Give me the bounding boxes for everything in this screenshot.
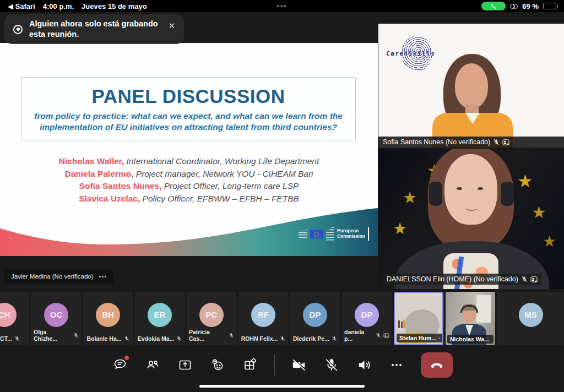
mic-off-icon xyxy=(176,336,182,341)
multitask-dots[interactable]: ••• xyxy=(277,2,288,10)
participant-tile[interactable]: OC Olga Chizhe... xyxy=(31,292,81,345)
avatar: BH xyxy=(96,303,120,327)
back-to-safari-button[interactable]: ◀ Safari xyxy=(8,2,35,10)
reactions-icon xyxy=(210,357,225,373)
avatar: MS xyxy=(519,303,543,327)
pip-badge-icon xyxy=(438,336,440,341)
presenter-name: Javier Medina (No verificado) xyxy=(11,273,94,280)
presenter-name-label[interactable]: Javier Medina (No verificado) ••• xyxy=(4,269,113,284)
charging-bolt-icon: ⚡ xyxy=(547,3,551,9)
reactions-button[interactable] xyxy=(209,357,226,373)
avatar: DP xyxy=(303,303,327,327)
participant-tile[interactable]: CH nsACT... xyxy=(0,292,29,345)
participant-tile[interactable]: PC Patricia Cas... xyxy=(187,292,236,345)
participant-tile[interactable]: BH Bolanle Ha... xyxy=(83,292,133,345)
avatar: ER xyxy=(148,303,172,327)
record-icon xyxy=(13,25,23,34)
mic-off-icon xyxy=(124,336,129,341)
apps-icon xyxy=(242,357,258,373)
close-icon[interactable]: ✕ xyxy=(166,21,177,31)
participant-tile-video-stefan[interactable]: Stefan Hum... xyxy=(394,292,443,345)
participant-tile[interactable]: RF ROHN Felix... xyxy=(238,292,288,345)
date: Jueves 15 de mayo xyxy=(82,2,147,10)
video-name-label: DANIELSSON Elin (HOME) (No verificado) xyxy=(383,274,541,285)
avatar: DP xyxy=(355,303,379,327)
video-tile-danielsson[interactable]: ★ ★ ★ ★ ★ ★ DANIELSSON Elin (HOME) (No v… xyxy=(378,149,564,289)
battery-percent: 69 % xyxy=(522,2,539,10)
headphone-icon xyxy=(429,182,442,206)
pip-badge-icon xyxy=(502,139,509,145)
people-button[interactable] xyxy=(144,357,161,373)
camera-off-button[interactable] xyxy=(291,357,307,373)
active-call-indicator[interactable] xyxy=(481,2,506,10)
speaker-line: Daniela Palermo, Project manager, Networ… xyxy=(0,168,378,181)
video-name-label: Sofia Santos Nunes (No verificado) xyxy=(378,137,564,148)
pip-badge-icon xyxy=(530,276,538,282)
european-commission-logo: EuropeanCommission xyxy=(299,226,369,242)
hang-up-icon xyxy=(429,357,445,373)
mic-off-button[interactable] xyxy=(323,357,340,373)
more-button[interactable] xyxy=(388,357,405,373)
camera-off-icon xyxy=(291,357,307,373)
video-tile-sofia[interactable]: Care4Skills Sofia Santos Nunes (No verif… xyxy=(378,24,564,148)
speaker-icon xyxy=(356,357,372,373)
status-bar: ◀ Safari 4:00 p.m. Jueves 15 de mayo •••… xyxy=(0,0,564,12)
toolbar-divider xyxy=(274,355,275,375)
link-icon xyxy=(510,4,518,9)
slide-subtitle: from policy to practice: what can we exp… xyxy=(34,111,343,132)
pip-badge-icon xyxy=(383,333,389,338)
meeting-toolbar xyxy=(0,349,564,381)
mic-off-icon xyxy=(280,336,285,341)
share-screen-button[interactable] xyxy=(177,357,193,373)
mic-off-icon xyxy=(323,357,340,373)
chat-button[interactable] xyxy=(112,357,128,373)
speaker-list: Nicholas Waller, International Coordinat… xyxy=(0,155,378,205)
care4skills-logo: Care4Skills xyxy=(386,36,452,74)
share-screen-icon xyxy=(177,357,193,373)
participant-tile[interactable]: DP Diederik Pe... xyxy=(290,292,340,345)
participant-tile[interactable]: ER Evdokia Ma... xyxy=(135,292,185,345)
mic-off-icon xyxy=(73,333,79,338)
avatar: RF xyxy=(251,303,275,327)
recording-message: Alguien ahora solo está grabando esta re… xyxy=(29,19,159,40)
mic-off-icon xyxy=(493,139,500,145)
video-name-label: Nicholas Wa... xyxy=(447,335,494,344)
battery-icon: ⚡ xyxy=(543,3,556,9)
meeting-stage: Alguien ahora solo está grabando esta re… xyxy=(0,12,564,392)
avatar: CH xyxy=(0,303,17,327)
phone-icon xyxy=(491,3,497,9)
avatar: PC xyxy=(199,303,224,327)
slide-title: PANEL DISCUSSION xyxy=(92,85,285,107)
participant-tile-video-nicholas[interactable]: Nicholas Wa... xyxy=(446,292,495,345)
speaker-button[interactable] xyxy=(356,357,372,373)
mic-off-icon xyxy=(14,336,20,341)
headphone-icon xyxy=(501,182,514,206)
people-icon xyxy=(145,357,160,373)
slide-title-box: PANEL DISCUSSION from policy to practice… xyxy=(21,77,356,140)
participant-strip: CH nsACT... OC Olga Chizhe... BH Bolanle… xyxy=(0,292,564,345)
speaker-line: Nicholas Waller, International Coordinat… xyxy=(0,155,378,168)
more-icon xyxy=(389,357,404,373)
eu-flag-icon xyxy=(310,230,323,238)
hang-up-button[interactable] xyxy=(421,352,453,378)
mic-off-icon xyxy=(376,333,381,338)
recording-notification: Alguien ahora solo está grabando esta re… xyxy=(4,14,184,44)
mic-off-icon xyxy=(332,336,337,341)
mic-off-icon xyxy=(521,276,528,282)
home-indicator[interactable] xyxy=(199,385,365,388)
video-name-label: Stefan Hum... xyxy=(397,334,443,342)
chat-notification-dot xyxy=(124,356,129,360)
participant-tile[interactable]: MS xyxy=(497,292,564,345)
apps-button[interactable] xyxy=(242,357,258,373)
shared-presentation-slide: PANEL DISCUSSION from policy to practice… xyxy=(0,43,378,256)
clock: 4:00 p.m. xyxy=(43,2,74,10)
speaker-line: Sofia Santos Nunes, Project Officer, Lon… xyxy=(0,180,378,193)
speaker-line: Slavica Uzelac, Policy Officer, EFBWW – … xyxy=(0,193,378,205)
avatar: OC xyxy=(44,303,68,327)
mic-off-icon xyxy=(229,333,234,338)
participant-tile[interactable]: DP daniela p... xyxy=(342,292,392,345)
more-options-icon[interactable]: ••• xyxy=(99,273,107,280)
